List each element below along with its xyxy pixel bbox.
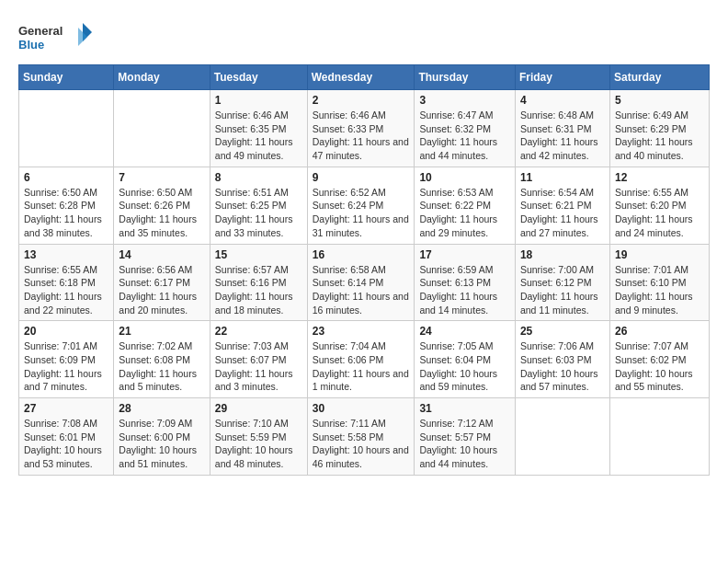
calendar-cell xyxy=(19,90,114,167)
day-detail: Sunrise: 7:08 AM Sunset: 6:01 PM Dayligh… xyxy=(24,417,108,471)
calendar-table: SundayMondayTuesdayWednesdayThursdayFrid… xyxy=(18,64,710,476)
calendar-cell: 16Sunrise: 6:58 AM Sunset: 6:14 PM Dayli… xyxy=(307,244,415,321)
calendar-header-sunday: Sunday xyxy=(19,65,114,90)
day-number: 18 xyxy=(520,248,605,261)
day-detail: Sunrise: 7:05 AM Sunset: 6:04 PM Dayligh… xyxy=(419,339,510,394)
day-number: 12 xyxy=(615,171,704,184)
calendar-cell: 15Sunrise: 6:57 AM Sunset: 6:16 PM Dayli… xyxy=(210,244,307,321)
day-number: 7 xyxy=(119,171,204,184)
day-detail: Sunrise: 7:04 AM Sunset: 6:06 PM Dayligh… xyxy=(313,339,410,394)
calendar-cell xyxy=(114,90,210,167)
day-number: 25 xyxy=(520,325,605,338)
day-detail: Sunrise: 6:49 AM Sunset: 6:29 PM Dayligh… xyxy=(615,109,704,163)
calendar-cell: 23Sunrise: 7:04 AM Sunset: 6:06 PM Dayli… xyxy=(307,321,415,398)
day-number: 27 xyxy=(24,402,108,415)
day-number: 4 xyxy=(520,94,605,107)
day-detail: Sunrise: 7:01 AM Sunset: 6:09 PM Dayligh… xyxy=(24,339,108,394)
calendar-cell: 30Sunrise: 7:11 AM Sunset: 5:58 PM Dayli… xyxy=(307,398,415,476)
calendar-cell: 27Sunrise: 7:08 AM Sunset: 6:01 PM Dayli… xyxy=(19,398,114,476)
calendar-header-friday: Friday xyxy=(515,65,609,90)
day-detail: Sunrise: 7:12 AM Sunset: 5:57 PM Dayligh… xyxy=(419,417,510,471)
calendar-cell: 9Sunrise: 6:52 AM Sunset: 6:24 PM Daylig… xyxy=(307,167,415,244)
day-detail: Sunrise: 7:06 AM Sunset: 6:03 PM Dayligh… xyxy=(520,339,605,394)
day-detail: Sunrise: 6:54 AM Sunset: 6:21 PM Dayligh… xyxy=(520,186,605,240)
calendar-cell: 17Sunrise: 6:59 AM Sunset: 6:13 PM Dayli… xyxy=(415,244,516,321)
day-detail: Sunrise: 7:00 AM Sunset: 6:12 PM Dayligh… xyxy=(520,263,605,317)
day-number: 21 xyxy=(119,325,204,338)
calendar-header-monday: Monday xyxy=(114,65,210,90)
calendar-header-tuesday: Tuesday xyxy=(210,65,307,90)
calendar-cell: 5Sunrise: 6:49 AM Sunset: 6:29 PM Daylig… xyxy=(609,90,709,167)
day-number: 28 xyxy=(119,402,204,415)
calendar-cell: 28Sunrise: 7:09 AM Sunset: 6:00 PM Dayli… xyxy=(114,398,210,476)
logo: General Blue xyxy=(18,18,92,55)
calendar-cell: 20Sunrise: 7:01 AM Sunset: 6:09 PM Dayli… xyxy=(19,321,114,398)
day-detail: Sunrise: 6:48 AM Sunset: 6:31 PM Dayligh… xyxy=(520,109,605,163)
day-detail: Sunrise: 6:55 AM Sunset: 6:20 PM Dayligh… xyxy=(615,186,704,240)
day-number: 31 xyxy=(419,402,510,415)
calendar-week-row: 6Sunrise: 6:50 AM Sunset: 6:28 PM Daylig… xyxy=(19,167,710,244)
day-detail: Sunrise: 6:52 AM Sunset: 6:24 PM Dayligh… xyxy=(313,186,410,240)
calendar-cell: 26Sunrise: 7:07 AM Sunset: 6:02 PM Dayli… xyxy=(609,321,709,398)
day-detail: Sunrise: 7:07 AM Sunset: 6:02 PM Dayligh… xyxy=(615,339,704,394)
day-number: 19 xyxy=(615,248,704,261)
svg-text:General: General xyxy=(18,24,63,38)
day-detail: Sunrise: 6:56 AM Sunset: 6:17 PM Dayligh… xyxy=(119,263,204,317)
calendar-cell: 13Sunrise: 6:55 AM Sunset: 6:18 PM Dayli… xyxy=(19,244,114,321)
day-detail: Sunrise: 6:47 AM Sunset: 6:32 PM Dayligh… xyxy=(419,109,510,163)
day-detail: Sunrise: 6:46 AM Sunset: 6:33 PM Dayligh… xyxy=(313,109,410,163)
calendar-header-saturday: Saturday xyxy=(609,65,709,90)
calendar-cell: 21Sunrise: 7:02 AM Sunset: 6:08 PM Dayli… xyxy=(114,321,210,398)
day-detail: Sunrise: 6:51 AM Sunset: 6:25 PM Dayligh… xyxy=(215,186,302,240)
day-number: 20 xyxy=(24,325,108,338)
calendar-cell: 25Sunrise: 7:06 AM Sunset: 6:03 PM Dayli… xyxy=(515,321,609,398)
calendar-cell: 1Sunrise: 6:46 AM Sunset: 6:35 PM Daylig… xyxy=(210,90,307,167)
day-number: 1 xyxy=(215,94,302,107)
day-number: 10 xyxy=(419,171,510,184)
day-number: 30 xyxy=(313,402,410,415)
day-number: 2 xyxy=(313,94,410,107)
day-number: 11 xyxy=(520,171,605,184)
day-number: 22 xyxy=(215,325,302,338)
day-detail: Sunrise: 7:09 AM Sunset: 6:00 PM Dayligh… xyxy=(119,417,204,471)
logo-icon: General Blue xyxy=(18,18,92,55)
calendar-week-row: 13Sunrise: 6:55 AM Sunset: 6:18 PM Dayli… xyxy=(19,244,710,321)
calendar-cell: 14Sunrise: 6:56 AM Sunset: 6:17 PM Dayli… xyxy=(114,244,210,321)
calendar-cell: 22Sunrise: 7:03 AM Sunset: 6:07 PM Dayli… xyxy=(210,321,307,398)
calendar-cell: 11Sunrise: 6:54 AM Sunset: 6:21 PM Dayli… xyxy=(515,167,609,244)
calendar-cell: 24Sunrise: 7:05 AM Sunset: 6:04 PM Dayli… xyxy=(415,321,516,398)
day-detail: Sunrise: 7:02 AM Sunset: 6:08 PM Dayligh… xyxy=(119,339,204,394)
day-number: 16 xyxy=(313,248,410,261)
calendar-cell: 8Sunrise: 6:51 AM Sunset: 6:25 PM Daylig… xyxy=(210,167,307,244)
day-detail: Sunrise: 7:03 AM Sunset: 6:07 PM Dayligh… xyxy=(215,339,302,394)
day-detail: Sunrise: 7:10 AM Sunset: 5:59 PM Dayligh… xyxy=(215,417,302,471)
page-header: General Blue xyxy=(18,18,710,55)
day-number: 29 xyxy=(215,402,302,415)
calendar-cell xyxy=(609,398,709,476)
calendar-week-row: 1Sunrise: 6:46 AM Sunset: 6:35 PM Daylig… xyxy=(19,90,710,167)
day-number: 8 xyxy=(215,171,302,184)
day-detail: Sunrise: 6:50 AM Sunset: 6:28 PM Dayligh… xyxy=(24,186,108,240)
calendar-cell xyxy=(515,398,609,476)
day-number: 9 xyxy=(313,171,410,184)
day-number: 24 xyxy=(419,325,510,338)
calendar-cell: 2Sunrise: 6:46 AM Sunset: 6:33 PM Daylig… xyxy=(307,90,415,167)
day-detail: Sunrise: 6:57 AM Sunset: 6:16 PM Dayligh… xyxy=(215,263,302,317)
day-detail: Sunrise: 6:55 AM Sunset: 6:18 PM Dayligh… xyxy=(24,263,108,317)
day-number: 14 xyxy=(119,248,204,261)
calendar-cell: 4Sunrise: 6:48 AM Sunset: 6:31 PM Daylig… xyxy=(515,90,609,167)
calendar-cell: 31Sunrise: 7:12 AM Sunset: 5:57 PM Dayli… xyxy=(415,398,516,476)
calendar-header-wednesday: Wednesday xyxy=(307,65,415,90)
calendar-cell: 19Sunrise: 7:01 AM Sunset: 6:10 PM Dayli… xyxy=(609,244,709,321)
calendar-cell: 6Sunrise: 6:50 AM Sunset: 6:28 PM Daylig… xyxy=(19,167,114,244)
day-number: 26 xyxy=(615,325,704,338)
day-detail: Sunrise: 6:58 AM Sunset: 6:14 PM Dayligh… xyxy=(313,263,410,317)
day-number: 5 xyxy=(615,94,704,107)
calendar-header-thursday: Thursday xyxy=(415,65,516,90)
day-detail: Sunrise: 7:01 AM Sunset: 6:10 PM Dayligh… xyxy=(615,263,704,317)
day-detail: Sunrise: 6:53 AM Sunset: 6:22 PM Dayligh… xyxy=(419,186,510,240)
calendar-cell: 29Sunrise: 7:10 AM Sunset: 5:59 PM Dayli… xyxy=(210,398,307,476)
calendar-cell: 7Sunrise: 6:50 AM Sunset: 6:26 PM Daylig… xyxy=(114,167,210,244)
svg-text:Blue: Blue xyxy=(18,38,44,52)
day-detail: Sunrise: 6:50 AM Sunset: 6:26 PM Dayligh… xyxy=(119,186,204,240)
